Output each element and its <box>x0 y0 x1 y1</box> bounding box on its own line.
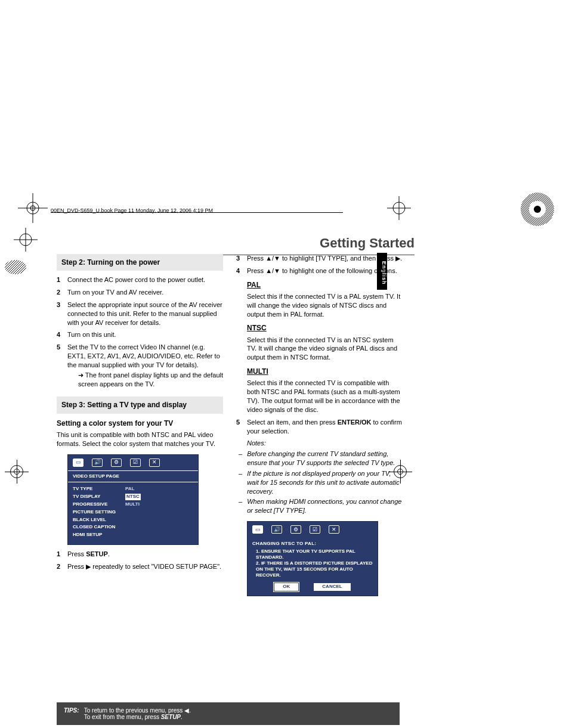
step-text: . <box>108 550 110 557</box>
video-tab-icon: ⚙ <box>111 459 122 467</box>
step-text: Turn on your TV and AV receiver. <box>67 288 163 297</box>
osd-dialog-line: 1. ENSURE THAT YOUR TV SUPPORTS PAL STAN… <box>248 549 378 560</box>
step-text: Press ▶ repeatedly to select "VIDEO SETU… <box>67 562 221 571</box>
list-item: 2Turn on your TV and AV receiver. <box>57 288 223 297</box>
right-column: 3Press ▲/▼ to highlight [TV TYPE], and t… <box>236 254 403 596</box>
step2-heading: Step 2: Turning on the power <box>57 254 223 271</box>
osd-dialog-line: 2. IF THERE IS A DISTORTED PICTURE DISPL… <box>248 560 378 578</box>
osd-item: PROGRESSIVE <box>73 501 116 508</box>
audio-tab-icon: 🔊 <box>92 459 103 467</box>
body-text: Select this if the connected TV is compa… <box>247 379 403 414</box>
step-text: Press ▲/▼ to highlight one of the follow… <box>247 267 397 275</box>
list-item: 3Press ▲/▼ to highlight [TV TYPE], and t… <box>236 254 403 263</box>
list-item: 1Connect the AC power cord to the power … <box>57 275 223 284</box>
list-item: 4Press ▲/▼ to highlight one of the follo… <box>236 267 403 275</box>
osd-tab-row: ▭ 🔊 ⚙ ☑ ✕ <box>248 522 378 537</box>
binder-art <box>517 188 558 230</box>
step3-heading: Step 3: Setting a TV type and display <box>57 396 223 413</box>
list-item: 1 Press SETUP. <box>57 550 223 559</box>
osd-item: TV TYPE <box>73 486 116 492</box>
tips-text: To return to the previous menu, press ◀. <box>84 707 191 714</box>
svg-point-14 <box>534 206 541 213</box>
book-metadata-rule <box>51 212 343 213</box>
tips-bar: TIPS: To return to the previous menu, pr… <box>57 702 400 725</box>
osd-tab-row: ▭ 🔊 ⚙ ☑ ✕ <box>68 455 198 470</box>
step-text: Connect the AC power cord to the power o… <box>67 275 205 284</box>
option-heading: NTSC <box>247 323 403 333</box>
exit-tab-icon: ✕ <box>329 525 339 534</box>
osd-menu-screenshot: ▭ 🔊 ⚙ ☑ ✕ VIDEO SETUP PAGE TV TYPE TV DI… <box>67 454 199 545</box>
osd-cancel-button: CANCEL <box>314 583 350 591</box>
step-text: Select an item, and then press <box>247 419 338 426</box>
note-item: –When making HDMI connections, you canno… <box>239 497 403 515</box>
osd-dialog-title: CHANGING NTSC TO PAL: <box>248 537 378 549</box>
osd-option-selected: NTSC <box>125 494 141 500</box>
general-tab-icon: ▭ <box>252 525 263 534</box>
osd-item: PICTURE SETTING <box>73 509 116 516</box>
list-item: 3Select the appropriate input source of … <box>57 301 223 327</box>
video-tab-icon: ⚙ <box>290 525 301 534</box>
key-name: ENTER/OK <box>338 419 372 426</box>
result-text: ➜ The front panel display lights up and … <box>78 371 223 389</box>
note-text: When making HDMI connections, you cannot… <box>247 497 403 515</box>
registration-target <box>10 465 23 478</box>
preference-tab-icon: ☑ <box>130 459 141 467</box>
left-column: Step 2: Turning on the power 1Connect th… <box>57 254 223 596</box>
general-tab-icon: ▭ <box>73 459 84 467</box>
note-item: –Before changing the current TV standard… <box>239 450 403 467</box>
key-name: SETUP <box>86 550 108 557</box>
note-text: Before changing the current TV standard … <box>247 450 403 467</box>
list-item: 2Press ▶ repeatedly to select "VIDEO SET… <box>57 562 223 571</box>
body-text: This unit is compatible with both NTSC a… <box>57 430 223 448</box>
option-heading: MULTI <box>247 367 403 376</box>
list-item: 5 Set the TV to the correct Video IN cha… <box>57 343 223 388</box>
body-text: Select this if the connected TV is a PAL… <box>247 292 403 319</box>
osd-item: HDMI SETUP <box>73 532 116 538</box>
list-item: 4Turn on this unit. <box>57 330 223 339</box>
tips-label: TIPS: <box>64 707 79 714</box>
step-text: Press <box>67 550 86 557</box>
page-title: Getting Started <box>57 236 415 255</box>
step-text: Select the appropriate input source of t… <box>67 301 223 327</box>
list-item: 5 Select an item, and then press ENTER/O… <box>236 418 403 436</box>
osd-menu-title: VIDEO SETUP PAGE <box>68 470 198 483</box>
preference-tab-icon: ☑ <box>310 525 320 534</box>
note-item: –If the picture is not displayed properl… <box>239 469 403 496</box>
tips-text: . <box>181 714 183 720</box>
body-text: Select this if the connected TV is an NT… <box>247 336 403 363</box>
step-text: Press ▲/▼ to highlight [TV TYPE], and th… <box>247 254 402 263</box>
step-text: Set the TV to the correct Video IN chann… <box>67 343 220 368</box>
key-name: SETUP <box>161 714 181 720</box>
crop-mark <box>384 193 414 223</box>
subsection-heading: Setting a color system for your TV <box>57 419 223 428</box>
osd-dialog-screenshot: ▭ 🔊 ⚙ ☑ ✕ CHANGING NTSC TO PAL: 1. ENSUR… <box>247 521 378 596</box>
osd-option: MULTI <box>125 501 141 508</box>
svg-point-8 <box>5 260 26 274</box>
osd-option: PAL <box>125 486 141 492</box>
osd-ok-button: OK <box>274 583 298 591</box>
step-text: Turn on this unit. <box>67 330 116 339</box>
crop-mark <box>18 193 48 223</box>
osd-item: TV DISPLAY <box>73 494 116 500</box>
note-text: If the picture is not displayed properly… <box>247 469 403 496</box>
audio-tab-icon: 🔊 <box>271 525 282 534</box>
crop-mark <box>11 225 41 255</box>
osd-item: CLOSED CAPTION <box>73 524 116 531</box>
tips-text: To exit from the menu, press <box>84 714 161 720</box>
osd-item: BLACK LEVEL <box>73 517 116 523</box>
option-heading: PAL <box>247 280 403 290</box>
notes-heading: Notes: <box>247 439 403 448</box>
binder-art <box>4 252 33 282</box>
exit-tab-icon: ✕ <box>149 459 160 467</box>
